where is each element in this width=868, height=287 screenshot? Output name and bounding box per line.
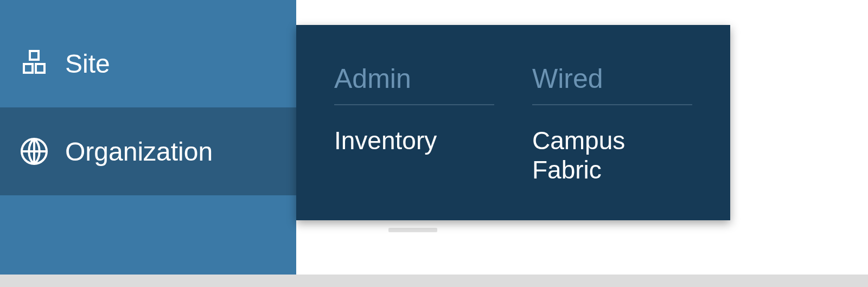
- svg-rect-2: [36, 64, 44, 73]
- globe-icon: [20, 137, 49, 166]
- page-decorative-line: [388, 228, 437, 232]
- flyout-link-inventory[interactable]: Inventory: [334, 126, 494, 155]
- svg-rect-0: [30, 51, 39, 60]
- svg-rect-1: [24, 64, 33, 73]
- sidebar: Site Organization: [0, 0, 296, 275]
- sidebar-item-label: Site: [65, 49, 110, 79]
- flyout-link-campus-fabric[interactable]: Campus Fabric: [532, 126, 692, 184]
- flyout-heading-admin: Admin: [334, 63, 494, 105]
- organization-flyout: Admin Inventory Wired Campus Fabric: [296, 25, 730, 220]
- sidebar-item-site[interactable]: Site: [0, 20, 296, 107]
- sidebar-item-label: Organization: [65, 137, 213, 167]
- flyout-heading-wired: Wired: [532, 63, 692, 105]
- sidebar-item-organization[interactable]: Organization: [0, 107, 296, 195]
- flyout-column-wired: Wired Campus Fabric: [532, 63, 692, 220]
- site-icon: [20, 49, 49, 78]
- flyout-column-admin: Admin Inventory: [334, 63, 494, 220]
